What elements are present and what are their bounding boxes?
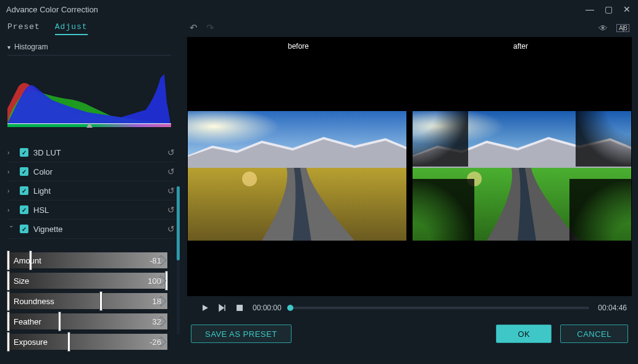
chevron-right-icon[interactable]: › [7,207,15,213]
histogram-label: Histogram [14,43,48,51]
after-label: after [409,42,632,51]
section-vignette[interactable]: › Vignette ↺ [7,220,175,239]
checkbox-vignette[interactable] [20,225,28,233]
preview-toolbar: ↶ ↷ 👁 A|B [187,21,632,37]
window-controls: ― ▢ ✕ [585,4,632,14]
close-icon[interactable]: ✕ [622,4,632,14]
reset-icon[interactable]: ↺ [167,167,175,176]
step-forward-icon[interactable] [218,304,227,312]
slider-size[interactable]: Size 100 [7,273,167,289]
titlebar: Advance Color Correction ― ▢ ✕ [0,0,638,19]
preview-before-image [188,111,406,241]
section-light[interactable]: › Light ↺ [7,181,175,201]
slider-thumb[interactable] [100,292,102,310]
reset-icon[interactable]: ↺ [167,205,175,215]
slider-amount[interactable]: Amount -81 [7,252,167,268]
save-as-preset-button[interactable]: SAVE AS PRESET [191,325,292,343]
checkbox-hsl[interactable] [20,205,28,214]
slider-feather[interactable]: Feather 32 [7,313,167,329]
checkbox-3d-lut[interactable] [20,148,28,157]
undo-icon[interactable]: ↶ [190,22,198,33]
reset-icon[interactable]: ↺ [167,147,175,157]
chevron-right-icon[interactable]: › [7,149,15,156]
histogram-header[interactable]: ▾ Histogram [7,43,171,56]
checkbox-color[interactable] [20,167,28,176]
scrollbar-thumb[interactable] [177,186,180,260]
ok-button[interactable]: OK [496,325,552,343]
section-label: Vignette [33,225,162,234]
vignette-sliders: Amount -81 Size 100 Roundness 18 [7,252,181,350]
slider-exposure[interactable]: Exposure -26 [7,334,167,350]
section-label: Light [33,186,162,196]
checkbox-light[interactable] [20,186,28,195]
chevron-right-icon[interactable]: › [7,188,15,194]
tab-adjust[interactable]: Adjust [55,22,88,35]
chevron-down-icon[interactable]: › [8,225,15,233]
stop-icon[interactable] [235,304,244,312]
sidebar-tabs: Preset Adjust [7,21,181,39]
time-duration: 00:04:46 [598,304,627,312]
maximize-icon[interactable]: ▢ [603,4,613,14]
play-icon[interactable] [201,304,209,312]
reset-icon[interactable]: ↺ [167,224,175,234]
chevron-right-icon[interactable]: › [7,168,15,175]
slider-roundness[interactable]: Roundness 18 [7,293,167,309]
histogram [7,72,171,133]
sidebar-scrollbar[interactable] [177,186,180,334]
section-label: Color [33,167,162,176]
preview-after-image [413,111,631,241]
timeline-playhead[interactable] [287,305,293,311]
before-label: before [187,42,409,51]
footer: SAVE AS PRESET OK CANCEL [187,312,632,345]
section-color[interactable]: › Color ↺ [7,162,175,181]
compare-ab-icon[interactable]: A|B [616,24,629,32]
preview-pane: ↶ ↷ 👁 A|B before after [181,19,638,364]
minimize-icon[interactable]: ― [585,4,595,14]
section-3d-lut[interactable]: › 3D LUT ↺ [7,143,175,162]
slider-thumb[interactable] [59,312,61,331]
redo-icon: ↷ [206,22,214,33]
adjust-sections: › 3D LUT ↺ › Color ↺ › Light ↺ › HSL [7,143,175,239]
cancel-button[interactable]: CANCEL [560,325,628,343]
preview-toggle-icon[interactable]: 👁 [598,23,608,33]
sidebar: Preset Adjust ▾ Histogram › [0,19,181,364]
time-current: 00:00:00 [253,304,282,312]
reset-icon[interactable]: ↺ [167,186,175,196]
tab-preset[interactable]: Preset [7,22,40,35]
transport-bar: 00:00:00 00:04:46 [187,296,632,312]
window-title: Advance Color Correction [6,5,585,14]
svg-point-2 [242,172,257,186]
timeline[interactable] [290,307,590,309]
preview: before after [187,37,632,296]
section-label: HSL [33,205,162,215]
slider-thumb[interactable] [68,333,70,351]
chevron-down-icon[interactable]: ▾ [7,44,10,51]
svg-rect-6 [237,305,243,311]
section-label: 3D LUT [33,148,162,157]
section-hsl[interactable]: › HSL ↺ [7,201,175,220]
